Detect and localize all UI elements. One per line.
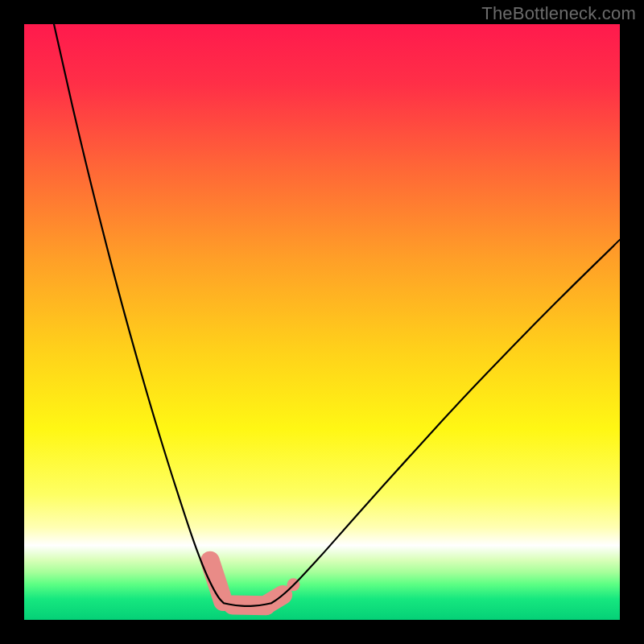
svg-rect-0 [24, 24, 620, 620]
watermark-text: TheBottleneck.com [481, 3, 636, 24]
plot-area [24, 24, 620, 620]
background-gradient [24, 24, 620, 620]
chart-frame: TheBottleneck.com [0, 0, 644, 644]
